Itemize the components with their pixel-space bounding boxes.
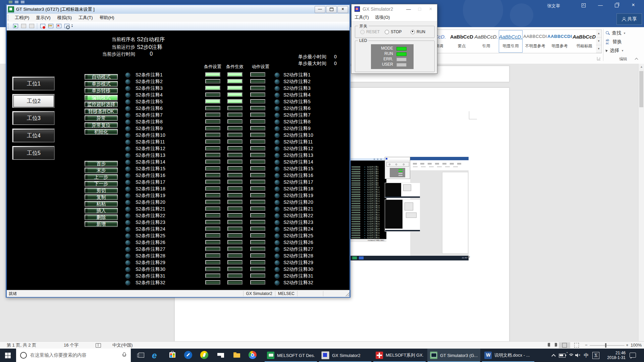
gt-menu-2[interactable]: 显示(V) xyxy=(33,15,54,21)
condition-set-led[interactable] xyxy=(205,160,220,164)
condition-set-led[interactable] xyxy=(205,206,220,211)
condition-set-led[interactable] xyxy=(205,86,220,90)
radio-run[interactable]: RUN xyxy=(411,29,425,34)
condition-active-led[interactable] xyxy=(227,280,243,285)
action-set-led[interactable] xyxy=(250,227,265,231)
word-count[interactable]: 16 个字 xyxy=(64,342,78,348)
gallery-scroll-up-icon[interactable]: ▲ xyxy=(596,30,601,38)
taskbar-explorer-button[interactable] xyxy=(229,349,244,362)
taskbar-app-melsoft-gx[interactable]: MELSOFT系列 GX... xyxy=(373,349,426,362)
condition-active-led[interactable] xyxy=(227,126,243,130)
quick-access-icon[interactable] xyxy=(15,1,18,3)
action-set-led[interactable] xyxy=(250,240,265,244)
ime-mode-indicator[interactable]: 五 xyxy=(591,349,600,362)
taskbar-app-gx-sim[interactable]: GX Simulator2 xyxy=(319,349,372,362)
condition-active-led[interactable] xyxy=(227,86,243,90)
gx-titlebar[interactable]: GX Simulator2 — □ × xyxy=(352,4,437,14)
action-set-led[interactable] xyxy=(250,79,265,83)
simulate-stop-icon[interactable] xyxy=(39,23,46,29)
task-view-button[interactable] xyxy=(134,349,149,362)
action-set-led[interactable] xyxy=(250,93,265,97)
styles-dialog-launcher-icon[interactable] xyxy=(597,57,600,60)
action-set-led[interactable] xyxy=(250,200,265,204)
zoom-level[interactable]: 100% xyxy=(631,342,642,348)
condition-active-led[interactable] xyxy=(227,72,243,77)
gt-minimize-button[interactable]: — xyxy=(315,6,325,13)
action-set-led[interactable] xyxy=(250,280,265,285)
condition-active-led[interactable] xyxy=(227,166,243,171)
tray-expand-button[interactable] xyxy=(550,349,557,362)
condition-set-led[interactable] xyxy=(205,280,220,285)
condition-active-led[interactable] xyxy=(227,79,243,83)
read-mode-button[interactable] xyxy=(547,342,558,348)
condition-active-led[interactable] xyxy=(227,193,243,197)
condition-set-led[interactable] xyxy=(205,227,220,231)
action-set-led[interactable] xyxy=(250,166,265,171)
language-indicator[interactable]: 中文(中国) xyxy=(112,342,133,348)
action-set-led[interactable] xyxy=(250,119,265,124)
microphone-icon[interactable] xyxy=(122,352,126,358)
condition-set-led[interactable] xyxy=(205,153,220,157)
condition-active-led[interactable] xyxy=(227,153,243,157)
scroll-up-icon[interactable]: ▲ xyxy=(640,65,643,68)
ime-language-indicator[interactable]: 中 xyxy=(583,349,590,362)
condition-set-led[interactable] xyxy=(205,113,220,117)
taskbar-app-word[interactable]: 说明文档.docx - ... xyxy=(482,349,535,362)
condition-set-led[interactable] xyxy=(205,79,220,83)
condition-set-led[interactable] xyxy=(205,233,220,238)
taskbar-app-melsoft-gt[interactable]: MELSOFT GT Des... xyxy=(264,349,317,362)
gt-maximize-button[interactable] xyxy=(326,6,337,13)
scrollbar-thumb[interactable] xyxy=(639,71,643,107)
style-item-4[interactable]: AaBbCcD.明显引用 xyxy=(498,30,523,53)
battery-icon[interactable] xyxy=(558,349,567,362)
condition-set-led[interactable] xyxy=(205,119,220,124)
drawing-check-icon[interactable] xyxy=(47,23,54,29)
action-set-led[interactable] xyxy=(250,99,265,104)
action-set-led[interactable] xyxy=(250,139,265,144)
gallery-scroll-down-icon[interactable]: ▼ xyxy=(596,38,601,45)
action-set-led[interactable] xyxy=(250,220,265,224)
condition-set-led[interactable] xyxy=(205,253,220,258)
taskbar-edge-button[interactable]: e xyxy=(149,349,164,362)
select-button[interactable]: 选择 ▼ xyxy=(606,47,624,54)
action-set-led[interactable] xyxy=(250,146,265,150)
condition-active-led[interactable] xyxy=(227,113,243,117)
action-set-led[interactable] xyxy=(250,274,265,278)
condition-active-led[interactable] xyxy=(227,220,243,224)
action-set-led[interactable] xyxy=(250,113,265,117)
action-set-led[interactable] xyxy=(250,180,265,184)
taskbar-tool-button[interactable] xyxy=(181,349,196,362)
condition-active-led[interactable] xyxy=(227,139,243,144)
condition-active-led[interactable] xyxy=(227,180,243,184)
action-set-led[interactable] xyxy=(250,193,265,197)
gt-menu-5[interactable]: 帮助(H) xyxy=(96,15,118,21)
condition-active-led[interactable] xyxy=(227,260,243,264)
taskbar-search-input[interactable]: 在这里输入你要搜索的内容 xyxy=(16,349,131,362)
proofing-icon[interactable] xyxy=(96,343,101,348)
gt-menu-4[interactable]: 工具(T) xyxy=(75,15,96,21)
start-button[interactable] xyxy=(0,349,16,362)
radio-stop[interactable]: STOP xyxy=(385,29,401,34)
quick-access-icon[interactable] xyxy=(21,1,24,3)
web-layout-button[interactable] xyxy=(571,342,582,348)
condition-set-led[interactable] xyxy=(205,247,220,251)
condition-active-led[interactable] xyxy=(227,274,243,278)
style-item-3[interactable]: AaBbCcD.引用 xyxy=(474,30,498,53)
condition-active-led[interactable] xyxy=(227,186,243,191)
condition-active-led[interactable] xyxy=(227,213,243,218)
condition-active-led[interactable] xyxy=(227,240,243,244)
condition-set-led[interactable] xyxy=(205,186,220,191)
styles-gallery[interactable]: BbCcD.显强调AaBbCcD要点AaBbCcD.引用AaBbCcD.明显引用… xyxy=(419,29,597,53)
snapshot-icon[interactable] xyxy=(28,23,35,29)
action-set-led[interactable] xyxy=(250,253,265,258)
toolbar-options-icon[interactable]: ▾ xyxy=(71,24,73,28)
page-indicator[interactable]: 第 1 页, 共 2 页 xyxy=(7,342,36,348)
gallery-more-icon[interactable]: ▼ xyxy=(596,45,601,53)
tray-clock[interactable]: 21:46 2018-1-31 xyxy=(601,349,626,362)
condition-set-led[interactable] xyxy=(205,274,220,278)
find-button[interactable]: 查找 ▼ xyxy=(606,29,626,37)
condition-set-led[interactable] xyxy=(205,99,220,104)
zoom-in-button[interactable]: + xyxy=(626,342,629,348)
gt-titlebar[interactable]: GT Simulator3 (GT27) [工程标题未设置 ] — × xyxy=(7,5,350,14)
quick-access-icon[interactable] xyxy=(9,1,12,3)
